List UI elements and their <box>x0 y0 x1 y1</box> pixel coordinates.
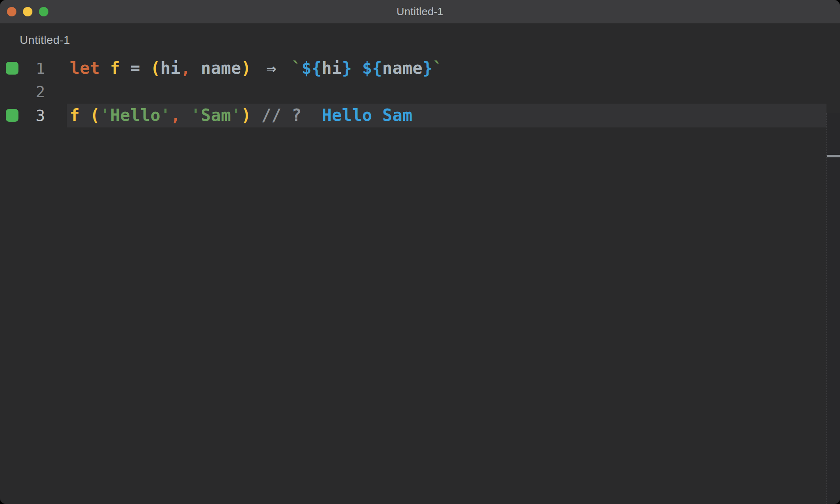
code-text: f ('Hello', 'Sam') // ? Hello Sam <box>70 104 413 127</box>
app-window: Untitled-1 Untitled-1 1let f = (hi, name… <box>0 0 840 504</box>
code-line[interactable]: 1let f = (hi, name) ⇒ `${hi} ${name}` <box>0 57 840 80</box>
line-number: 1 <box>0 57 45 80</box>
tab-untitled-1[interactable]: Untitled-1 <box>20 23 70 57</box>
code-line[interactable]: 2 <box>0 80 840 104</box>
overview-ruler <box>826 113 840 504</box>
gutter: 1 <box>0 57 70 80</box>
code-lines: 1let f = (hi, name) ⇒ `${hi} ${name}`23f… <box>0 57 840 127</box>
code-line[interactable]: 3f ('Hello', 'Sam') // ? Hello Sam <box>0 104 840 127</box>
editor-header: Untitled-1 <box>0 23 840 57</box>
code-text: let f = (hi, name) ⇒ `${hi} ${name}` <box>70 57 443 80</box>
window-title: Untitled-1 <box>0 0 840 23</box>
code-editor[interactable]: 1let f = (hi, name) ⇒ `${hi} ${name}`23f… <box>0 57 840 504</box>
line-number: 2 <box>0 80 45 104</box>
gutter: 2 <box>0 80 70 104</box>
line-number: 3 <box>0 104 45 127</box>
scrollbar-thumb[interactable] <box>827 155 840 157</box>
gutter: 3 <box>0 104 70 127</box>
titlebar[interactable]: Untitled-1 <box>0 0 840 23</box>
